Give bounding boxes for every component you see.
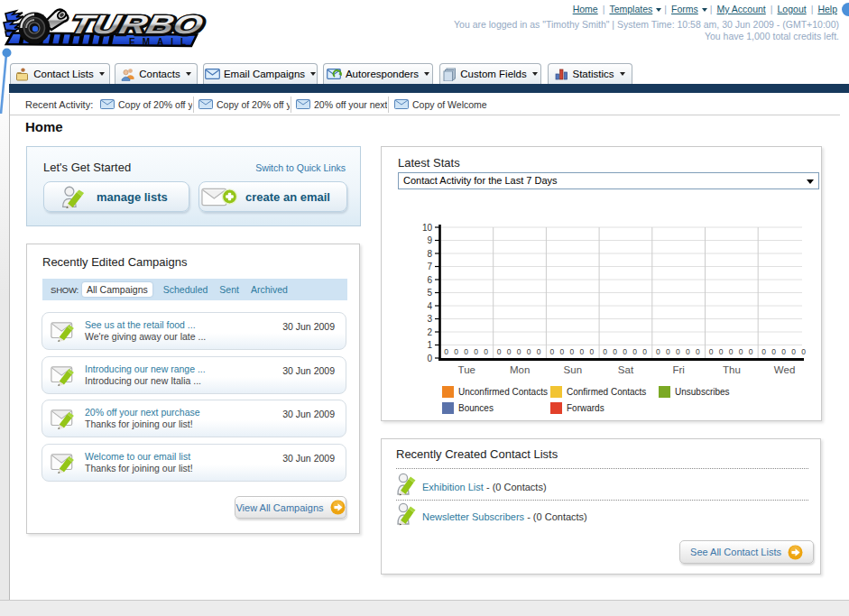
svg-text:TURBO: TURBO [68, 9, 207, 38]
svg-text:0: 0 [613, 347, 617, 356]
svg-text:0: 0 [623, 347, 627, 356]
svg-text:0: 0 [517, 347, 521, 356]
svg-text:0: 0 [801, 347, 806, 356]
svg-text:0: 0 [696, 347, 700, 356]
svg-text:0: 0 [550, 347, 555, 356]
svg-text:0: 0 [484, 347, 488, 356]
svg-text:Thu: Thu [723, 364, 741, 375]
svg-text:0: 0 [527, 347, 531, 356]
svg-text:3: 3 [427, 314, 432, 324]
svg-text:0: 0 [729, 347, 734, 356]
svg-text:0: 0 [771, 347, 776, 356]
svg-text:Mon: Mon [510, 364, 530, 375]
svg-text:0: 0 [676, 347, 680, 356]
svg-text:0: 0 [537, 347, 541, 356]
svg-text:Tue: Tue [458, 364, 475, 375]
svg-text:1: 1 [427, 340, 432, 350]
svg-text:0: 0 [761, 347, 766, 356]
svg-text:9: 9 [427, 235, 432, 245]
svg-text:Sat: Sat [618, 364, 634, 375]
svg-text:0: 0 [507, 347, 512, 356]
svg-text:0: 0 [570, 347, 575, 356]
svg-text:0: 0 [739, 347, 743, 356]
svg-text:0: 0 [444, 347, 448, 356]
svg-text:8: 8 [427, 249, 432, 259]
svg-text:0: 0 [686, 347, 690, 356]
svg-text:6: 6 [427, 275, 432, 285]
svg-text:Sun: Sun [564, 364, 582, 375]
svg-text:0: 0 [781, 347, 786, 356]
svg-text:Wed: Wed [774, 364, 795, 375]
svg-text:0: 0 [791, 347, 796, 356]
svg-text:0: 0 [464, 347, 468, 356]
svg-text:Fri: Fri [672, 364, 684, 375]
svg-text:0: 0 [719, 347, 724, 356]
svg-text:0: 0 [454, 347, 458, 356]
svg-text:0: 0 [560, 347, 565, 356]
svg-text:0: 0 [749, 347, 753, 356]
svg-text:5: 5 [427, 288, 432, 298]
svg-text:10: 10 [422, 223, 433, 233]
svg-text:2: 2 [427, 327, 432, 337]
svg-text:0: 0 [666, 347, 670, 356]
svg-text:4: 4 [427, 301, 432, 311]
svg-text:7: 7 [427, 262, 432, 271]
svg-text:0: 0 [632, 347, 637, 356]
svg-text:0: 0 [474, 347, 478, 356]
svg-text:0: 0 [603, 347, 607, 356]
svg-text:0: 0 [590, 347, 595, 356]
svg-text:0: 0 [427, 354, 432, 363]
svg-text:0: 0 [580, 347, 585, 356]
svg-text:0: 0 [709, 347, 714, 356]
svg-text:0: 0 [656, 347, 660, 356]
svg-text:0: 0 [497, 347, 502, 356]
svg-text:0: 0 [642, 347, 647, 356]
